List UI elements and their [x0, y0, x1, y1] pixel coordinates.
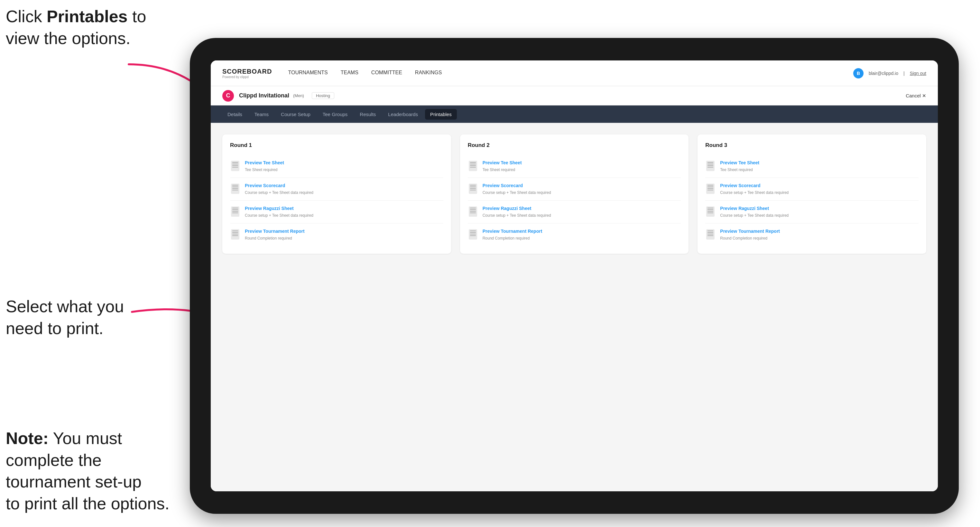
doc-icon-1 — [231, 161, 239, 171]
subnav-leaderboards[interactable]: Leaderboards — [383, 109, 423, 120]
round2-report-title: Preview Tournament Report — [483, 229, 542, 234]
round1-tee-sheet[interactable]: Preview Tee Sheet Tee Sheet required — [230, 155, 443, 178]
round-2-title: Round 2 — [468, 142, 681, 149]
rounds-container: Round 1 Preview Tee Sheet Tee Sheet requ… — [222, 134, 926, 254]
round1-tournament-report[interactable]: Preview Tournament Report Round Completi… — [230, 224, 443, 246]
round3-raguzzi[interactable]: Preview Raguzzi Sheet Course setup + Tee… — [705, 201, 918, 224]
round2-raguzzi[interactable]: Preview Raguzzi Sheet Course setup + Tee… — [468, 201, 681, 224]
round1-report-text: Preview Tournament Report Round Completi… — [245, 229, 305, 241]
doc-icon-8 — [469, 229, 477, 240]
nav-rankings[interactable]: RANKINGS — [415, 67, 442, 79]
round3-tee-sheet-title: Preview Tee Sheet — [720, 160, 759, 165]
scorecard-icon-3 — [705, 183, 716, 195]
raguzzi-icon-2 — [468, 206, 478, 217]
scorecard-icon-2 — [468, 183, 478, 195]
user-email: blair@clippd.io — [869, 71, 898, 76]
round3-scorecard-text: Preview Scorecard Course setup + Tee She… — [720, 183, 789, 195]
round1-tee-sheet-subtitle: Tee Sheet required — [245, 168, 277, 172]
doc-icon-4 — [231, 229, 239, 240]
tournament-logo: C — [222, 90, 234, 102]
round1-scorecard-subtitle: Course setup + Tee Sheet data required — [245, 190, 313, 195]
annotation-middle-text: Select what youneed to print. — [6, 297, 124, 338]
round1-scorecard-text: Preview Scorecard Course setup + Tee She… — [245, 183, 313, 195]
round1-raguzzi[interactable]: Preview Raguzzi Sheet Course setup + Tee… — [230, 201, 443, 224]
doc-icon-12 — [706, 229, 714, 240]
annotation-top-text: Click Printables toview the options. — [6, 7, 146, 48]
main-content: Round 1 Preview Tee Sheet Tee Sheet requ… — [211, 123, 938, 491]
round3-raguzzi-title: Preview Raguzzi Sheet — [720, 206, 789, 211]
round3-report-title: Preview Tournament Report — [720, 229, 780, 234]
round2-scorecard-text: Preview Scorecard Course setup + Tee She… — [483, 183, 551, 195]
subnav-results[interactable]: Results — [355, 109, 381, 120]
subnav-details[interactable]: Details — [222, 109, 247, 120]
report-icon-2 — [468, 229, 478, 240]
round3-scorecard[interactable]: Preview Scorecard Course setup + Tee She… — [705, 178, 918, 201]
tablet-frame: SCOREBOARD Powered by clippd TOURNAMENTS… — [190, 38, 959, 514]
tournament-bar: C Clippd Invitational (Men) Hosting Canc… — [211, 86, 938, 105]
nav-committee[interactable]: COMMITTEE — [371, 67, 402, 79]
cancel-button[interactable]: Cancel ✕ — [906, 93, 926, 99]
round2-scorecard[interactable]: Preview Scorecard Course setup + Tee She… — [468, 178, 681, 201]
round2-raguzzi-title: Preview Raguzzi Sheet — [483, 206, 551, 211]
round-3-title: Round 3 — [705, 142, 918, 149]
doc-icon-11 — [706, 206, 714, 217]
round3-report-subtitle: Round Completion required — [720, 236, 767, 241]
annotation-top: Click Printables toview the options. — [6, 6, 186, 49]
round1-report-subtitle: Round Completion required — [245, 236, 292, 241]
subnav-course-setup[interactable]: Course Setup — [276, 109, 316, 120]
round-3-section: Round 3 Preview Tee Sheet Tee Sheet requ… — [697, 134, 926, 254]
round3-scorecard-subtitle: Course setup + Tee Sheet data required — [720, 190, 789, 195]
top-nav-links: TOURNAMENTS TEAMS COMMITTEE RANKINGS — [288, 67, 853, 79]
round1-tee-sheet-title: Preview Tee Sheet — [245, 160, 284, 165]
top-nav: SCOREBOARD Powered by clippd TOURNAMENTS… — [211, 60, 938, 86]
round1-raguzzi-text: Preview Raguzzi Sheet Course setup + Tee… — [245, 206, 313, 218]
round3-report-text: Preview Tournament Report Round Completi… — [720, 229, 780, 241]
report-icon-3 — [705, 229, 716, 240]
round3-scorecard-title: Preview Scorecard — [720, 183, 789, 188]
subnav-teams[interactable]: Teams — [249, 109, 274, 120]
round2-tournament-report[interactable]: Preview Tournament Report Round Completi… — [468, 224, 681, 246]
scoreboard-logo: SCOREBOARD Powered by clippd — [222, 68, 272, 79]
round1-tee-sheet-text: Preview Tee Sheet Tee Sheet required — [245, 160, 284, 172]
raguzzi-icon-1 — [230, 206, 240, 217]
subnav-tee-groups[interactable]: Tee Groups — [318, 109, 353, 120]
pipe-separator: | — [904, 71, 905, 76]
scorecard-icon-1 — [230, 183, 240, 195]
round1-raguzzi-subtitle: Course setup + Tee Sheet data required — [245, 213, 313, 217]
doc-icon-9 — [706, 161, 714, 171]
top-nav-user: B blair@clippd.io | Sign out — [853, 68, 926, 78]
round3-tee-sheet-text: Preview Tee Sheet Tee Sheet required — [720, 160, 759, 172]
round3-tee-sheet[interactable]: Preview Tee Sheet Tee Sheet required — [705, 155, 918, 178]
round3-raguzzi-text: Preview Raguzzi Sheet Course setup + Tee… — [720, 206, 789, 218]
tee-sheet-icon — [230, 160, 240, 172]
annotation-bottom: Note: You mustcomplete thetournament set… — [6, 428, 192, 514]
logo-subtitle: Powered by clippd — [222, 75, 272, 79]
doc-icon-2 — [231, 184, 239, 194]
doc-icon-7 — [469, 206, 477, 217]
doc-icon-3 — [231, 206, 239, 217]
round2-tee-sheet-subtitle: Tee Sheet required — [483, 168, 515, 172]
sign-out-link[interactable]: Sign out — [910, 71, 926, 76]
round1-scorecard-title: Preview Scorecard — [245, 183, 313, 188]
tablet-screen: SCOREBOARD Powered by clippd TOURNAMENTS… — [211, 60, 938, 491]
doc-icon-10 — [706, 184, 714, 194]
round2-report-subtitle: Round Completion required — [483, 236, 530, 241]
round3-tee-sheet-subtitle: Tee Sheet required — [720, 168, 752, 172]
round3-tournament-report[interactable]: Preview Tournament Report Round Completi… — [705, 224, 918, 246]
annotation-bottom-text: Note: You mustcomplete thetournament set… — [6, 429, 170, 513]
round1-scorecard[interactable]: Preview Scorecard Course setup + Tee She… — [230, 178, 443, 201]
round-1-title: Round 1 — [230, 142, 443, 149]
round2-tee-sheet[interactable]: Preview Tee Sheet Tee Sheet required — [468, 155, 681, 178]
annotation-middle: Select what youneed to print. — [6, 296, 186, 339]
round2-scorecard-title: Preview Scorecard — [483, 183, 551, 188]
round1-raguzzi-title: Preview Raguzzi Sheet — [245, 206, 313, 211]
round-2-section: Round 2 Preview Tee Sheet Tee Sheet requ… — [460, 134, 689, 254]
round3-raguzzi-subtitle: Course setup + Tee Sheet data required — [720, 213, 789, 217]
nav-tournaments[interactable]: TOURNAMENTS — [288, 67, 328, 79]
subnav-printables[interactable]: Printables — [425, 109, 457, 120]
doc-icon-6 — [469, 184, 477, 194]
round-1-section: Round 1 Preview Tee Sheet Tee Sheet requ… — [222, 134, 451, 254]
sub-nav: Details Teams Course Setup Tee Groups Re… — [211, 105, 938, 123]
nav-teams[interactable]: TEAMS — [341, 67, 358, 79]
round2-scorecard-subtitle: Course setup + Tee Sheet data required — [483, 190, 551, 195]
